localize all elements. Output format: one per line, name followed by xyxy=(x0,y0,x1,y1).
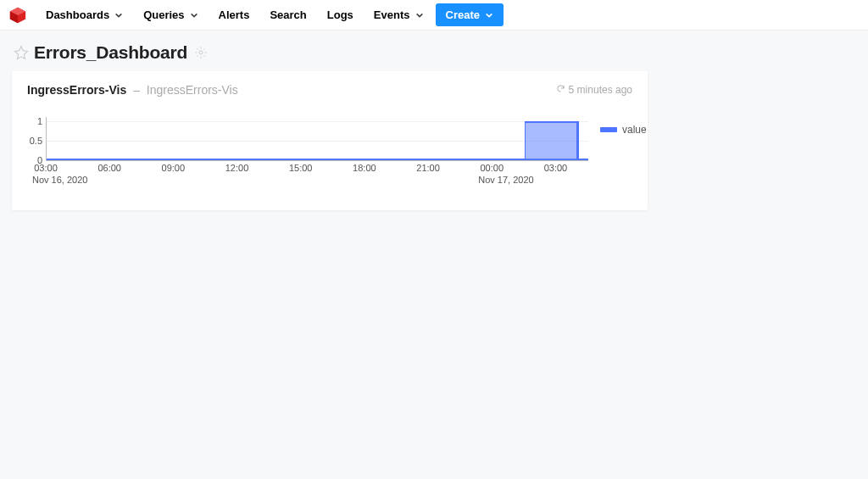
legend-swatch xyxy=(600,127,617,132)
y-axis: 00.51 xyxy=(27,117,44,161)
nav-queries[interactable]: Queries xyxy=(135,3,206,26)
card-meta: 5 minutes ago xyxy=(556,84,632,96)
legend-label: value xyxy=(622,124,647,136)
nav-search[interactable]: Search xyxy=(261,3,314,26)
chart-area-fill xyxy=(577,121,579,160)
x-axis: 03:0006:0009:0012:0015:0018:0021:0000:00… xyxy=(46,161,588,190)
card-separator: – xyxy=(133,83,143,97)
gridline xyxy=(47,121,588,122)
dashboard-header: Errors_Dashboard xyxy=(14,42,856,63)
refresh-icon[interactable] xyxy=(556,84,565,96)
nav-label: Events xyxy=(374,8,410,21)
y-tick: 1 xyxy=(37,116,42,126)
nav-label: Dashboards xyxy=(46,8,109,21)
x-tick: 06:00 xyxy=(97,163,121,173)
nav-alerts[interactable]: Alerts xyxy=(210,3,259,26)
chevron-down-icon xyxy=(114,11,123,19)
nav-label: Queries xyxy=(143,8,184,21)
card-title: IngressErrors-Vis xyxy=(27,83,126,97)
chart-area-fill xyxy=(525,121,578,160)
chevron-down-icon xyxy=(415,11,424,19)
card-header: IngressErrors-Vis – IngressErrors-Vis 5 … xyxy=(27,83,632,97)
chart-baseline xyxy=(47,159,588,160)
x-tick: 18:00 xyxy=(353,163,376,173)
card-subtitle: IngressErrors-Vis xyxy=(147,83,238,97)
x-tick: 12:00 xyxy=(225,163,249,173)
x-tick: 00:00 xyxy=(480,163,504,173)
chevron-down-icon xyxy=(190,11,198,19)
create-label: Create xyxy=(446,8,480,21)
dashboard-title: Errors_Dashboard xyxy=(34,42,187,63)
chart-plot[interactable] xyxy=(46,117,588,161)
svg-point-3 xyxy=(199,51,203,54)
nav-label: Alerts xyxy=(219,8,250,21)
nav-dashboards[interactable]: Dashboards xyxy=(37,3,131,26)
x-tick: 09:00 xyxy=(162,163,186,173)
y-tick: 0.5 xyxy=(30,136,42,146)
x-tick: 03:00 xyxy=(34,163,58,173)
x-date-label: Nov 16, 2020 xyxy=(32,175,87,185)
nav-logs[interactable]: Logs xyxy=(319,3,362,26)
app-logo xyxy=(8,6,27,25)
card-updated: 5 minutes ago xyxy=(569,84,632,96)
gridline xyxy=(47,141,588,142)
chart-area: 00.51 03:0006:0009:0012:0015:0018:0021:0… xyxy=(46,117,588,190)
x-date-label: Nov 17, 2020 xyxy=(478,175,533,185)
chart-legend: value xyxy=(600,124,647,136)
x-tick: 15:00 xyxy=(289,163,313,173)
gear-icon[interactable] xyxy=(194,46,208,59)
nav-label: Search xyxy=(270,8,306,21)
chart-container: 00.51 03:0006:0009:0012:0015:0018:0021:0… xyxy=(27,117,632,190)
nav-events[interactable]: Events xyxy=(365,3,432,26)
page-body: Errors_Dashboard IngressErrors-Vis – Ing… xyxy=(0,31,868,210)
top-nav: Dashboards Queries Alerts Search Logs Ev… xyxy=(0,0,868,31)
x-tick: 21:00 xyxy=(416,163,440,173)
nav-label: Logs xyxy=(327,8,353,21)
create-button[interactable]: Create xyxy=(436,3,504,26)
star-icon[interactable] xyxy=(14,45,29,60)
chevron-down-icon xyxy=(485,11,493,19)
visualization-card: IngressErrors-Vis – IngressErrors-Vis 5 … xyxy=(12,71,648,210)
card-title-wrap: IngressErrors-Vis – IngressErrors-Vis xyxy=(27,83,238,97)
x-tick: 03:00 xyxy=(544,163,568,173)
